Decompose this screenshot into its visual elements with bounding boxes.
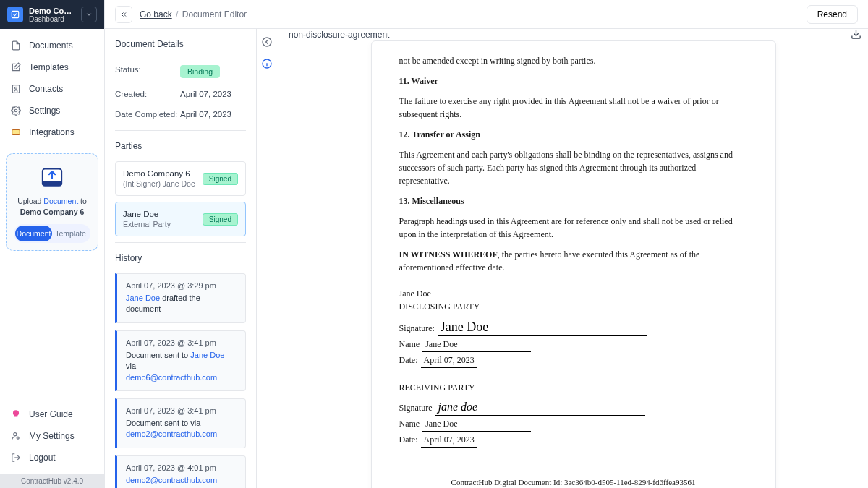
upload-text: Upload Document to Demo Company 6	[14, 196, 90, 217]
party-role: External Party	[123, 220, 203, 228]
upload-icon	[38, 164, 67, 190]
resend-button[interactable]: Resend	[807, 5, 858, 24]
history-email[interactable]: demo2@contracthub.com	[126, 429, 217, 438]
status-label: Status:	[115, 65, 180, 78]
help-icon	[10, 408, 22, 420]
nav-label: My Settings	[29, 431, 75, 441]
svg-point-3	[14, 109, 17, 112]
party-role: (Int Signer) Jane Doe	[123, 179, 203, 188]
signature-date: April 07, 2023	[421, 354, 477, 368]
nav-my-settings[interactable]: My Settings	[0, 425, 104, 447]
completed-label: Date Completed:	[115, 110, 180, 119]
history-entry: April 07, 2023 @ 4:01 pm demo2@contracth…	[115, 455, 246, 488]
party-card[interactable]: Jane Doe External Party Signed	[115, 202, 246, 236]
svg-rect-4	[12, 130, 20, 135]
signature-typed-name: Jane Doe	[422, 417, 531, 432]
upload-tab-document[interactable]: Document	[15, 226, 52, 241]
svg-point-2	[15, 87, 17, 89]
created-value: April 07, 2023	[180, 90, 231, 98]
history-heading: History	[115, 253, 246, 263]
party-card[interactable]: Demo Company 6 (Int Signer) Jane Doe Sig…	[115, 161, 246, 196]
party-status-badge: Signed	[203, 173, 238, 185]
signature-date: April 07, 2023	[421, 433, 477, 448]
collapse-button[interactable]	[115, 6, 132, 23]
org-switcher[interactable]: Demo Compa... Dashboard	[0, 0, 104, 29]
nav-label: Settings	[29, 106, 60, 116]
completed-value: April 07, 2023	[180, 110, 231, 119]
upload-type-toggle[interactable]: Document Template	[14, 224, 90, 243]
svg-rect-0	[12, 11, 18, 17]
nav-documents[interactable]: Documents	[0, 35, 104, 56]
svg-point-7	[14, 433, 17, 436]
history-actor[interactable]: Jane Doe	[126, 294, 160, 302]
signature-cursive: Jane Doe	[441, 320, 488, 334]
signature-block-receiving: RECEIVING PARTY Signaturejane doe Name J…	[399, 381, 748, 448]
nav-user-guide[interactable]: User Guide	[0, 403, 104, 425]
history-entry: April 07, 2023 @ 3:29 pm Jane Doe drafte…	[115, 273, 246, 323]
gear-icon	[10, 105, 22, 116]
history-time: April 07, 2023 @ 4:01 pm	[126, 463, 237, 472]
history-time: April 07, 2023 @ 3:29 pm	[126, 281, 237, 290]
history-email[interactable]: demo2@contracthub.com	[126, 476, 217, 484]
history-entry: April 07, 2023 @ 3:41 pm Document sent t…	[115, 398, 246, 448]
download-button[interactable]	[843, 29, 868, 40]
details-heading: Document Details	[115, 39, 246, 49]
nav-label: Templates	[29, 62, 69, 72]
svg-rect-6	[43, 181, 62, 186]
contacts-icon	[10, 83, 22, 95]
nav-label: User Guide	[29, 409, 73, 419]
nav-label: Integrations	[29, 127, 75, 137]
signature-cursive: jane doe	[438, 401, 478, 413]
history-time: April 07, 2023 @ 3:41 pm	[126, 338, 237, 347]
info-icon[interactable]	[261, 58, 274, 71]
app-version: ContractHub v2.4.0	[0, 474, 104, 488]
document-bar: non-disclosure-agreement	[278, 29, 868, 40]
document-filename: non-disclosure-agreement	[278, 30, 843, 40]
details-panel: Document Details Status: Binding Created…	[105, 29, 257, 488]
section-heading: 13. Miscellaneous	[399, 194, 748, 207]
topbar: Go back / Document Editor Resend	[105, 0, 868, 29]
org-dropdown-toggle[interactable]	[81, 7, 97, 22]
created-label: Created:	[115, 90, 180, 98]
template-icon	[10, 61, 22, 73]
svg-point-9	[263, 38, 271, 46]
viewer-side-tools	[257, 29, 278, 488]
breadcrumb-current: Document Editor	[182, 9, 247, 20]
status-badge: Binding	[180, 65, 220, 78]
nav-logout[interactable]: Logout	[0, 447, 104, 468]
party-name: Jane Doe	[123, 210, 203, 218]
upload-dropzone[interactable]: Upload Document to Demo Company 6 Docume…	[6, 153, 98, 251]
nav-templates[interactable]: Templates	[0, 56, 104, 78]
signature-block-disclosing: Jane Doe DISCLOSING PARTY Signature: Jan…	[399, 287, 748, 368]
document-page: not be amended except in writing signed …	[371, 40, 776, 488]
app-logo-icon	[7, 7, 23, 22]
history-actor[interactable]: Jane Doe	[190, 351, 224, 359]
logout-icon	[10, 452, 22, 463]
breadcrumb-back[interactable]: Go back	[140, 9, 172, 20]
section-heading: 11. Waiver	[399, 74, 748, 87]
upload-tab-template[interactable]: Template	[52, 226, 89, 241]
party-status-badge: Signed	[203, 213, 238, 226]
breadcrumb: Go back / Document Editor	[140, 9, 247, 20]
nav-settings[interactable]: Settings	[0, 100, 104, 121]
history-email[interactable]: demo6@contracthub.com	[126, 373, 217, 382]
org-name: Demo Compa...	[29, 7, 75, 15]
document-icon	[10, 40, 22, 51]
party-name: Demo Company 6	[123, 169, 203, 178]
svg-point-8	[17, 437, 19, 439]
history-time: April 07, 2023 @ 3:41 pm	[126, 406, 237, 415]
parties-heading: Parties	[115, 141, 246, 151]
history-entry: April 07, 2023 @ 3:41 pm Document sent t…	[115, 330, 246, 391]
skip-back-icon[interactable]	[261, 36, 274, 49]
document-id: ContractHub Digital Document Id: 3ac364b…	[399, 476, 748, 488]
document-viewer[interactable]: not be amended except in writing signed …	[278, 40, 868, 488]
org-subtitle: Dashboard	[29, 15, 75, 23]
signature-typed-name: Jane Doe	[422, 338, 531, 352]
nav-label: Documents	[29, 40, 73, 51]
nav-label: Logout	[29, 453, 56, 463]
section-heading: 12. Transfer or Assign	[399, 128, 748, 141]
nav-integrations[interactable]: Integrations	[0, 121, 104, 143]
sidebar: Demo Compa... Dashboard Documents Templa…	[0, 0, 105, 488]
integrations-icon	[10, 127, 22, 138]
nav-contacts[interactable]: Contacts	[0, 78, 104, 100]
